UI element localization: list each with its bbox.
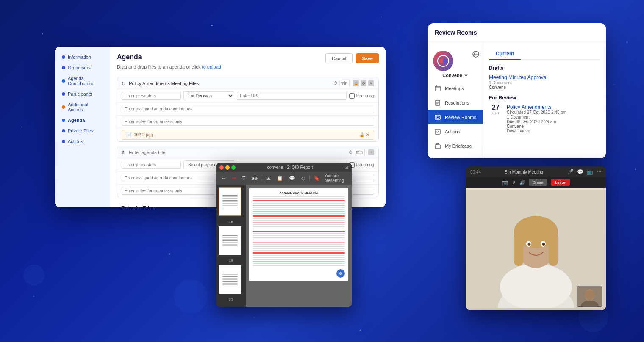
item-1-min-box: ⏱ (333, 80, 350, 86)
video-header-icons: 🎤 💬 📺 ⋯ (567, 169, 602, 175)
pdf-thumb-lines-18 (221, 193, 239, 210)
brand-dropdown-icon[interactable] (464, 73, 468, 77)
nav-item-review-rooms[interactable]: Review Rooms (428, 110, 483, 124)
item-1-url[interactable] (237, 92, 347, 100)
sidebar-item-organisers[interactable]: Organisers (57, 63, 108, 73)
item-2-presenters[interactable] (122, 161, 181, 169)
pdf-strikethrough-icon[interactable]: ab̶ (250, 174, 259, 182)
review-item-1: 27 OCT Policy Amendments Circulated 27 O… (489, 104, 600, 133)
item-1-settings-icon[interactable]: ⚙ (361, 80, 366, 86)
svg-rect-40 (435, 145, 440, 149)
resolutions-icon (434, 99, 441, 107)
svg-point-4 (381, 17, 382, 17)
sidebar-dot-information (62, 55, 65, 59)
item-1-recurring-checkbox[interactable] (349, 93, 355, 99)
nav-item-actions[interactable]: Actions (428, 124, 483, 139)
pdf-back-icon[interactable]: ← (219, 174, 228, 182)
pdf-zoom-icon[interactable]: ⊡ (344, 165, 348, 170)
sidebar-item-agenda-contributors[interactable]: Agenda Contributors (57, 73, 108, 88)
pdf-table-icon[interactable]: ⊞ (265, 174, 272, 182)
svg-rect-28 (435, 86, 440, 91)
sidebar-item-additional-access[interactable]: Additional Access (57, 99, 108, 115)
pdf-note-icon[interactable]: 📋 (275, 174, 285, 182)
review-item-1-info: Policy Amendments Circulated 27 Oct 2020… (507, 104, 566, 133)
nav-item-my-briefcase[interactable]: My Briefcase (428, 139, 483, 153)
sidebar-item-information[interactable]: Information (57, 52, 108, 62)
file-delete-icon[interactable]: ✕ (366, 132, 369, 137)
sidebar-dot-agenda-contributors (62, 79, 65, 83)
item-1-recurring-label: Recurring (349, 93, 374, 99)
pdf-thumb-18[interactable] (219, 187, 242, 216)
pdf-minimize-dot[interactable] (225, 165, 230, 170)
sidebar-item-participants[interactable]: Participants (57, 89, 108, 99)
save-button[interactable]: Save (356, 53, 379, 63)
file-lock-icon[interactable]: 🔒 (359, 132, 364, 137)
video-share-button[interactable]: Share (529, 179, 547, 186)
brand-name: Convene (442, 73, 462, 78)
nav-item-meetings[interactable]: Meetings (428, 81, 483, 96)
svg-rect-47 (514, 232, 523, 266)
upload-link[interactable]: to upload (202, 64, 221, 69)
svg-point-13 (254, 317, 255, 318)
video-more-icon[interactable]: ⋯ (597, 169, 602, 175)
tab-current[interactable]: Current (489, 48, 521, 60)
item-1-contributors[interactable] (122, 105, 374, 113)
item-1-notes[interactable] (122, 118, 374, 126)
svg-point-51 (528, 243, 531, 246)
draft-item-1-title[interactable]: Meeting Minutes Approval (489, 74, 600, 80)
video-pip-person-svg (577, 286, 602, 307)
item-2-min-input[interactable] (355, 149, 365, 155)
video-time: 00:44 (470, 170, 481, 174)
sidebar-item-agenda[interactable]: Agenda (57, 115, 108, 125)
svg-point-18 (23, 265, 44, 286)
item-1-row-3 (117, 116, 378, 128)
agenda-item-2-header: 2. ⏱ + (117, 146, 378, 158)
item-1-purpose[interactable]: For Decision For Information For Discuss… (183, 91, 234, 100)
pdf-content: 18 19 (216, 185, 352, 307)
review-right-content: Current Drafts Meeting Minutes Approval … (483, 42, 606, 158)
cancel-button[interactable]: Cancel (325, 53, 353, 63)
pdf-text-icon[interactable]: T (241, 174, 247, 182)
nav-item-resolutions[interactable]: Resolutions (428, 96, 483, 110)
pdf-shape-icon[interactable]: ◇ (300, 174, 307, 182)
pdf-presenting-banner: You are presenting (324, 174, 348, 183)
item-1-min-input[interactable] (339, 80, 350, 86)
pdf-zoom-button[interactable]: ⊕ (336, 269, 345, 278)
pdf-annotate-icon[interactable]: ✏ (230, 174, 238, 182)
sidebar-item-actions[interactable]: Actions (57, 136, 108, 146)
pdf-page-content: ANNUAL BOARD MEETING (249, 188, 348, 281)
review-item-1-title[interactable]: Policy Amendments (507, 104, 566, 110)
item-1-icons: 🔒 ⚙ ✕ (353, 80, 374, 86)
item-1-delete-icon[interactable]: ✕ (368, 80, 374, 86)
actions-icon (434, 128, 441, 135)
pdf-thumb-lines-19 (221, 232, 239, 249)
sidebar-dot-participants (62, 92, 65, 96)
pdf-maximize-dot[interactable] (231, 165, 236, 170)
pdf-comment-icon[interactable]: 💬 (287, 174, 297, 182)
video-main (466, 188, 606, 310)
video-mute-icon[interactable]: 🎤 (567, 169, 574, 175)
pdf-thumb-20[interactable] (219, 265, 242, 294)
video-chat-icon[interactable]: 💬 (577, 169, 583, 175)
video-vol-icon[interactable]: 🔊 (519, 180, 525, 185)
pdf-thumb-19[interactable] (219, 226, 242, 255)
item-2-title-input[interactable] (129, 150, 345, 155)
item-2-add-icon[interactable]: + (368, 149, 374, 155)
video-leave-button[interactable]: Leave (551, 179, 570, 186)
video-pip-inner (577, 286, 602, 306)
review-body: Convene Meetings Resolutions (428, 42, 606, 158)
item-2-recurring-label: Recurring (349, 162, 374, 168)
item-1-lock-icon[interactable]: 🔒 (353, 80, 359, 86)
draft-item-1: Meeting Minutes Approval 1 Document Conv… (489, 74, 600, 90)
video-screen-icon[interactable]: 📺 (587, 169, 593, 175)
sidebar-item-private-files[interactable]: Private Files (57, 126, 108, 136)
draft-item-1-meta: 1 Document Convene (489, 80, 600, 90)
video-mic-icon[interactable]: 🎙 (511, 180, 516, 185)
video-camera-icon[interactable]: 📷 (502, 180, 508, 185)
review-left-nav: Convene Meetings Resolutions (428, 42, 483, 158)
sidebar-dot-additional-access (62, 105, 65, 109)
pdf-close-dot[interactable] (219, 165, 224, 170)
pdf-bookmark-icon[interactable]: 🔖 (312, 174, 322, 182)
item-1-title-input[interactable] (129, 81, 330, 86)
item-1-presenters[interactable] (122, 92, 181, 100)
